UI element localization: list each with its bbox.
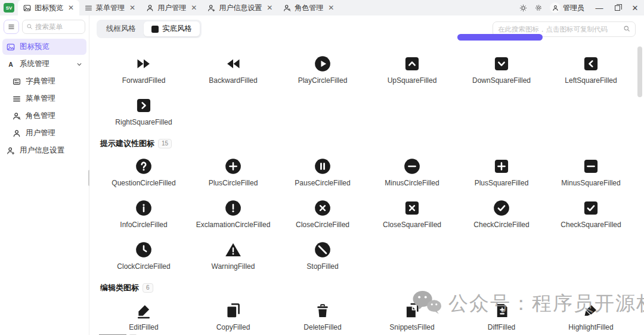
tab-close-icon[interactable]: ✕ — [68, 4, 74, 12]
icon-card-copy[interactable]: CopyFilled — [188, 296, 278, 335]
sidebar-item-label: 系统管理 — [20, 59, 49, 69]
theme-toggle-icon[interactable] — [515, 0, 531, 15]
tab-close-icon[interactable]: ✕ — [129, 4, 135, 12]
up-square-icon — [404, 55, 420, 72]
sidebar-item[interactable]: 字典管理 — [2, 73, 86, 89]
icon-card-exclamation-circle[interactable]: ExclamationCircleFilled — [188, 193, 278, 235]
tab-label: 用户信息设置 — [219, 3, 262, 13]
icon-name: DiffFilled — [488, 323, 515, 331]
menu-icon — [85, 4, 92, 12]
style-tab[interactable]: 线框风格 — [98, 21, 144, 36]
down-square-icon — [493, 55, 510, 72]
icon-name: PlusSquareFilled — [475, 179, 529, 187]
icon-name: PlusCircleFilled — [209, 179, 258, 187]
main-area: 图标预览A 系统管理 字典管理 菜单管理 角色管理 用户管理 用户信息设置 线框… — [0, 15, 644, 335]
style-tab[interactable]: 实底风格 — [144, 21, 200, 36]
restore-button[interactable] — [608, 0, 626, 15]
titlebar-tab[interactable]: 图标预览 ✕ — [18, 0, 79, 15]
icon-search-input[interactable] — [498, 26, 620, 33]
tab-close-icon[interactable]: ✕ — [191, 4, 197, 12]
tab-label: 角色管理 — [295, 3, 323, 13]
left-square-icon — [583, 55, 599, 72]
sidebar-collapse-button[interactable] — [4, 20, 19, 34]
content-scrollbar-thumb[interactable] — [637, 46, 642, 97]
icon-card-check-square[interactable]: CheckSquareFilled — [546, 193, 636, 235]
icon-card-warning[interactable]: WarningFilled — [188, 235, 278, 277]
filled-square-icon — [151, 26, 159, 33]
icon-name: InfoCircleFilled — [120, 221, 167, 229]
icon-card-down-square[interactable]: DownSquareFilled — [457, 49, 546, 91]
titlebar-tab[interactable]: 用户管理 ✕ — [141, 0, 202, 15]
icon-card-backward[interactable]: BackwardFilled — [188, 49, 278, 91]
icon-card-snippets[interactable]: SnippetsFilled — [367, 296, 457, 335]
icon-card-diff[interactable]: DiffFilled — [457, 296, 546, 335]
titlebar-actions: 管理员 — ✕ — [515, 0, 644, 15]
icon-card-info-circle[interactable]: InfoCircleFilled — [99, 193, 188, 235]
icon-card-pause-circle[interactable]: PauseCircleFilled — [278, 151, 367, 193]
user-name[interactable]: 管理员 — [563, 3, 584, 13]
section-grid: QuestionCircleFilled PlusCircleFilled Pa… — [99, 151, 644, 277]
search-icon — [26, 21, 33, 32]
icon-card-check-circle[interactable]: CheckCircleFilled — [457, 193, 546, 235]
close-button[interactable]: ✕ — [626, 0, 644, 15]
sidebar-search[interactable] — [22, 20, 85, 34]
icon-card-close-circle[interactable]: CloseCircleFilled — [278, 193, 367, 235]
sidebar-item-label: 菜单管理 — [26, 94, 55, 104]
user-avatar[interactable] — [550, 2, 561, 13]
sidebar-item[interactable]: 用户管理 — [2, 125, 86, 141]
sidebar-item[interactable]: 用户信息设置 — [2, 142, 86, 159]
delete-icon — [314, 302, 331, 319]
icon-name: RightSquareFilled — [115, 118, 172, 126]
search-icon — [623, 24, 630, 35]
icon-card-highlight[interactable]: HighlightFilled — [546, 296, 636, 335]
icon-card-plus-circle[interactable]: PlusCircleFilled — [188, 151, 278, 193]
icon-card-close-square[interactable]: CloseSquareFilled — [367, 193, 457, 235]
icon-name: HighlightFilled — [568, 323, 613, 331]
tab-close-icon[interactable]: ✕ — [328, 4, 334, 12]
titlebar-tab[interactable]: 用户信息设置 ✕ — [202, 0, 278, 15]
tab-close-icon[interactable]: ✕ — [267, 4, 273, 12]
titlebar-tab[interactable]: 菜单管理 ✕ — [79, 0, 141, 15]
style-tab-label: 线框风格 — [106, 24, 136, 34]
clock-circle-icon — [135, 241, 152, 258]
scrolled-button-sliver[interactable] — [457, 34, 543, 41]
icon-card-left-square[interactable]: LeftSquareFilled — [546, 49, 636, 91]
sidebar-item[interactable]: 角色管理 — [2, 108, 86, 124]
icon-card-stop[interactable]: StopFilled — [278, 235, 367, 277]
settings-gear-icon[interactable] — [531, 0, 546, 15]
sidebar-item[interactable]: 菜单管理 — [2, 91, 86, 107]
check-circle-icon — [493, 200, 510, 216]
sidebar-search-input[interactable] — [35, 23, 77, 30]
sidebar-item-label: 图标预览 — [20, 42, 49, 52]
stop-icon — [314, 241, 331, 258]
icon-card-clock-circle[interactable]: ClockCircleFilled — [99, 235, 188, 277]
icon-card-edit[interactable]: EditFilled — [99, 296, 188, 335]
icon-card-plus-square[interactable]: PlusSquareFilled — [457, 151, 546, 193]
icon-card-forward[interactable]: ForwardFilled — [99, 49, 188, 91]
icon-card-delete[interactable]: DeleteFilled — [278, 296, 367, 335]
tab-label: 菜单管理 — [96, 3, 125, 13]
icon-card-up-square[interactable]: UpSquareFilled — [367, 49, 457, 91]
sidebar-item-label: 角色管理 — [26, 111, 55, 121]
icon-preview-panel: 线框风格实底风格 ForwardFilled BackwardFilled Pl… — [89, 15, 644, 335]
tab-label: 图标预览 — [35, 3, 63, 13]
titlebar-tab[interactable]: 角色管理 ✕ — [278, 0, 339, 15]
sidebar-menu: 图标预览A 系统管理 字典管理 菜单管理 角色管理 用户管理 用户信息设置 — [0, 39, 89, 159]
sidebar-item[interactable]: 图标预览 — [2, 39, 86, 55]
image-icon — [6, 43, 15, 51]
close-square-icon — [404, 200, 420, 216]
icon-name: CloseCircleFilled — [296, 221, 349, 229]
menu-icon — [12, 95, 21, 103]
icon-card-minus-square[interactable]: MinusSquareFilled — [546, 151, 636, 193]
icon-card-minus-circle[interactable]: MinusCircleFilled — [367, 151, 457, 193]
icon-card-right-square[interactable]: RightSquareFilled — [99, 91, 188, 132]
icon-name: ClockCircleFilled — [117, 262, 170, 271]
icon-card-play-circle[interactable]: PlayCircleFilled — [278, 49, 367, 91]
icon-name: ForwardFilled — [122, 76, 166, 85]
snippets-icon — [404, 302, 420, 319]
section-count-badge: 6 — [143, 283, 153, 293]
icon-card-question-circle[interactable]: QuestionCircleFilled — [99, 151, 188, 193]
icon-name: CheckSquareFilled — [561, 221, 621, 229]
sidebar-item[interactable]: A 系统管理 — [2, 56, 86, 72]
minimize-button[interactable]: — — [590, 0, 608, 15]
